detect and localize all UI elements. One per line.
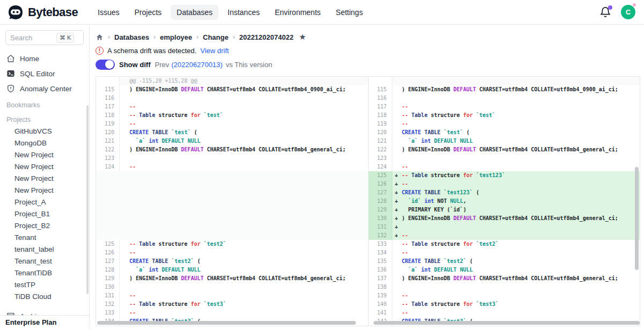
code-line: -- (120, 103, 368, 111)
code-line: -- (392, 103, 640, 111)
diff-sign (122, 266, 129, 274)
diff-line: 129+ PRIMARY KEY (`id`) (369, 206, 640, 214)
sidebar-project-item[interactable]: New Project (5, 161, 84, 173)
breadcrumb-item-version[interactable]: 20221202074022 (239, 33, 294, 41)
diff-sign (395, 266, 402, 274)
line-number: 120 (96, 128, 120, 137)
code-line (392, 154, 640, 163)
line-number: 135 (369, 257, 392, 266)
code-line: ) ENGINE=InnoDB DEFAULT CHARSET=utf8mb4 … (120, 274, 368, 283)
line-number: 139 (369, 291, 392, 300)
hunk-header-text: @@ -115,20 +115,28 @@ (120, 77, 368, 85)
diff-line: 125+-- Table structure for `test123` (369, 171, 640, 180)
nav-tab-environments[interactable]: Environments (269, 5, 327, 20)
line-number: 122 (96, 145, 120, 154)
avatar[interactable]: C (621, 5, 635, 19)
diff-line: 133 -- Table structure for `test2` (369, 240, 640, 248)
code-line (120, 283, 368, 291)
sidebar-project-item[interactable]: Tenant (5, 232, 84, 244)
diff-toggle-row: Show diff Prev (202206270013) vs This ve… (96, 59, 640, 70)
sidebar-item-home[interactable]: Home (5, 52, 84, 65)
diff-sign (395, 137, 402, 145)
diff-sign (395, 283, 402, 291)
line-number: 124 (96, 163, 120, 171)
code-line: +-- (392, 231, 640, 240)
sidebar-project-item[interactable]: Tenant_test (5, 255, 84, 267)
diff-line: 128 `a` int DEFAULT NULL (96, 266, 368, 274)
code-line: -- (120, 248, 368, 257)
sidebar-project-item[interactable]: testTP (5, 279, 84, 291)
code-line: -- (120, 163, 368, 171)
horizontal-scrollbar-left[interactable] (97, 321, 356, 325)
code-line: ) ENGINE=InnoDB DEFAULT CHARSET=utf8mb4 … (392, 145, 640, 154)
diff-line: 120 CREATE TABLE `test` ( (369, 128, 640, 137)
diff-sign (122, 240, 129, 248)
diff-line: 115 ) ENGINE=InnoDB DEFAULT CHARSET=utf8… (96, 85, 368, 94)
sidebar-project-item[interactable]: Project_B1 (5, 208, 84, 220)
line-number: 123 (369, 154, 392, 163)
line-number: 121 (369, 137, 392, 145)
sidebar-project-item[interactable]: Project_A (5, 196, 84, 208)
horizontal-scrollbar-right[interactable] (374, 321, 640, 325)
diff-line: 126 -- (96, 248, 368, 257)
line-number: 119 (369, 120, 392, 128)
diff-line: 119 -- (96, 120, 368, 128)
notifications-bell-icon[interactable] (599, 6, 611, 18)
nav-tab-projects[interactable]: Projects (129, 5, 168, 20)
sidebar-project-item[interactable]: Project_B2 (5, 220, 84, 232)
prev-version-link[interactable]: (202206270013) (171, 61, 222, 69)
view-drift-link[interactable]: View drift (200, 47, 229, 55)
line-number: 124 (369, 163, 392, 171)
diff-line: 115 ) ENGINE=InnoDB DEFAULT CHARSET=utf8… (369, 85, 640, 94)
brand[interactable]: Bytebase (8, 4, 78, 20)
diff-sign (122, 145, 129, 154)
line-number: 127 (96, 257, 120, 266)
line-number: 129 (96, 274, 120, 283)
sidebar-project-item[interactable]: New Project (5, 149, 84, 161)
nav-tab-instances[interactable]: Instances (222, 5, 266, 20)
line-number: 116 (369, 94, 392, 103)
line-number: 120 (369, 128, 392, 137)
nav-tab-settings[interactable]: Settings (330, 5, 369, 20)
sidebar-scrollbar-thumb[interactable] (86, 105, 89, 294)
sidebar-item-sql-editor[interactable]: SQL Editor (5, 67, 84, 81)
breadcrumb-item-databases[interactable]: Databases (114, 33, 149, 41)
bookmark-star-icon[interactable]: ★ (299, 32, 306, 42)
search-input[interactable] (10, 34, 56, 42)
show-diff-toggle[interactable] (96, 60, 115, 70)
nav-tab-databases[interactable]: Databases (171, 5, 218, 20)
search-box[interactable]: ⌘ K (5, 30, 84, 45)
diff-sign: + (395, 197, 402, 206)
nav-tab-issues[interactable]: Issues (92, 5, 125, 20)
diff-line: 118 -- Table structure for `test` (369, 111, 640, 120)
breadcrumb-item-employee[interactable]: employee (160, 33, 192, 41)
sidebar-project-item[interactable]: MongoDB (5, 137, 84, 149)
breadcrumb-item-change[interactable]: Change (203, 33, 229, 41)
diff-placeholder-row (96, 206, 368, 214)
breadcrumb-separator: › (233, 33, 235, 41)
diff-sign (395, 300, 402, 309)
vertical-scrollbar[interactable] (635, 167, 639, 270)
sidebar-project-item[interactable]: New Project (5, 185, 84, 196)
diff-sign (395, 257, 402, 266)
diff-line: 128+ `id` int NOT NULL, (369, 197, 640, 206)
line-number (369, 77, 392, 85)
sidebar-project-item[interactable]: New Project (5, 173, 84, 185)
sidebar-project-item[interactable]: tenant_label (5, 244, 84, 255)
sidebar-project-item[interactable]: TiDB Cloud (5, 291, 84, 303)
diff-line: 120 CREATE TABLE `test` ( (96, 128, 368, 137)
app-window: Bytebase IssuesProjectsDatabasesInstance… (0, 0, 644, 329)
search-shortcut-badge: ⌘ K (56, 33, 74, 43)
code-line: +CREATE TABLE `test123` ( (392, 188, 640, 197)
toggle-knob (105, 60, 114, 69)
diff-sign (122, 154, 129, 163)
sidebar-item-anomaly-center[interactable]: Anomaly Center (5, 82, 84, 96)
diff-placeholder-row (96, 188, 368, 197)
sidebar-project-item[interactable]: TenantTiDB (5, 267, 84, 279)
line-number: 132 (369, 231, 392, 240)
diff-sign (122, 137, 129, 145)
breadcrumb-home-icon[interactable] (96, 33, 104, 41)
sidebar-project-item[interactable]: GitHubVCS (5, 126, 84, 137)
diff-line: 129 ) ENGINE=InnoDB DEFAULT CHARSET=utf8… (96, 274, 368, 283)
diff-sign (122, 111, 129, 120)
